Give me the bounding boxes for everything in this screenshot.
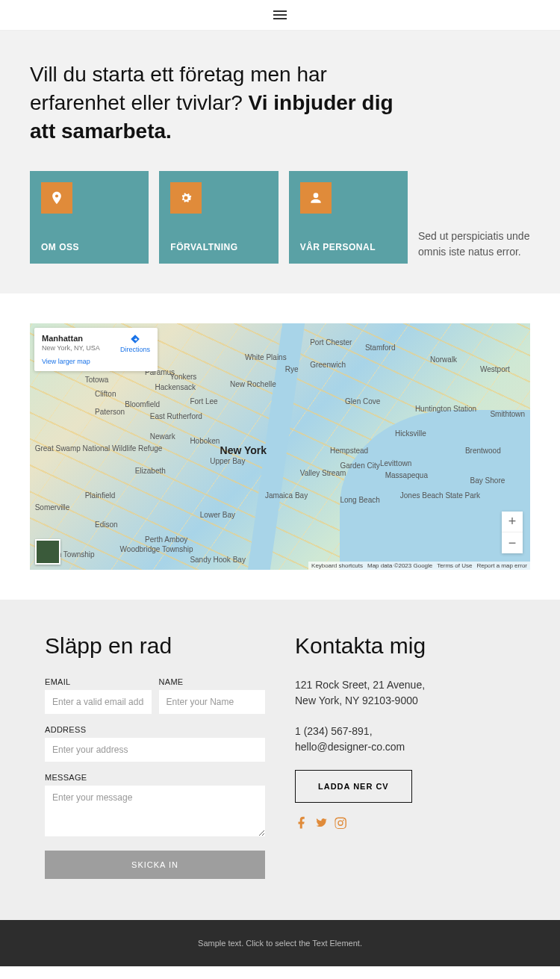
card-label: FÖRVALTNING (170, 242, 267, 252)
instagram-icon[interactable] (334, 816, 347, 830)
map-city: Fort Lee (190, 397, 217, 405)
map-city: Totowa (85, 376, 109, 384)
map-city: Stamford (365, 344, 396, 352)
directions-label: Directions (120, 346, 150, 353)
map-city: Rye (285, 365, 299, 373)
map-city: Bay Shore (470, 476, 505, 485)
map-city: Hackensack (155, 383, 196, 391)
map-city: Huntington Station (415, 405, 476, 413)
contact-heading: Kontakta mig (295, 633, 515, 659)
hero-section: Vill du starta ett företag men har erfar… (0, 31, 560, 293)
location-pin-icon (41, 182, 72, 214)
map-city: Brentwood (465, 447, 501, 455)
map-city: Norwalk (430, 355, 457, 364)
map-city: Woodbridge Township (120, 545, 193, 553)
map-city: Levittown (380, 459, 411, 467)
map-city: Somerville (35, 503, 70, 512)
map-city: Greenwich (310, 361, 346, 369)
address-label: ADDRESS (45, 725, 265, 734)
map-city: Port Chester (310, 338, 352, 346)
map[interactable]: New York Yonkers New Rochelle Paterson H… (30, 323, 530, 570)
map-city: Elizabeth (135, 467, 166, 475)
map-satellite-toggle[interactable] (35, 539, 60, 565)
map-city: Perth Amboy (145, 535, 187, 544)
map-footer-link[interactable]: Terms of Use (437, 562, 472, 569)
side-text: Sed ut perspiciatis unde omnis iste natu… (418, 229, 530, 264)
map-city: Newark (150, 432, 175, 441)
map-city: White Plains (245, 353, 287, 361)
map-city: Valley Stream (300, 469, 346, 477)
footer-text[interactable]: Sample text. Click to select the Text El… (198, 939, 362, 948)
message-field[interactable] (45, 786, 265, 836)
map-city: Upper Bay (210, 457, 245, 465)
map-city: Garden City (340, 461, 379, 470)
map-city: Jones Beach State Park (400, 491, 480, 500)
map-city: Glen Cove (345, 397, 380, 405)
message-label: MESSAGE (45, 773, 265, 782)
gear-icon (170, 182, 202, 214)
map-attribution: Keyboard shortcuts Map data ©2023 Google… (308, 562, 530, 570)
email-label: EMAIL (45, 677, 152, 686)
map-city: Clifton (95, 390, 116, 398)
map-footer-link[interactable]: Map data ©2023 Google (367, 562, 432, 569)
zoom-out-button[interactable]: − (502, 532, 523, 553)
card-label: OM OSS (41, 242, 137, 252)
map-city: Hempstead (330, 447, 368, 455)
submit-button[interactable]: SKICKA IN (45, 851, 265, 879)
map-city-main: New York (220, 444, 267, 456)
map-city: Paterson (95, 408, 125, 416)
map-city: New Rochelle (230, 380, 276, 388)
map-footer-link[interactable]: Keyboard shortcuts (311, 562, 363, 569)
map-city: Jamaica Bay (265, 491, 308, 500)
map-zoom-controls: + − (502, 512, 523, 553)
card-management[interactable]: FÖRVALTNING (159, 171, 278, 264)
name-field[interactable] (159, 690, 266, 714)
map-city: Lower Bay (200, 511, 235, 519)
address-field[interactable] (45, 738, 265, 762)
contact-phone-email: 1 (234) 567-891, hello@designer-co.com (295, 724, 429, 755)
map-city: Westport (480, 365, 510, 373)
card-staff[interactable]: VÅR PERSONAL (289, 171, 408, 264)
map-section: New York Yonkers New Rochelle Paterson H… (0, 293, 560, 600)
map-view-larger-link[interactable]: View larger map (42, 358, 150, 365)
card-about[interactable]: OM OSS (30, 171, 149, 264)
name-label: NAME (159, 677, 266, 686)
hero-title: Vill du starta ett företag men har erfar… (30, 60, 418, 145)
map-directions-link[interactable]: Directions (120, 334, 150, 353)
map-city: Hicksville (395, 429, 426, 438)
map-city: Smithtown (490, 410, 525, 418)
zoom-in-button[interactable]: + (502, 512, 523, 532)
map-city: Edison (95, 520, 118, 529)
map-city: Hoboken (190, 437, 220, 445)
map-city: Long Beach (340, 496, 379, 504)
map-footer-link[interactable]: Report a map error (476, 562, 527, 569)
map-city: Massapequa (385, 471, 428, 479)
menu-icon[interactable] (273, 8, 287, 22)
map-city: Bloomfield (125, 400, 160, 408)
form-heading: Släpp en rad (45, 633, 265, 659)
person-icon (300, 182, 332, 214)
facebook-icon[interactable] (295, 816, 308, 830)
map-city: East Rutherford (150, 412, 202, 420)
card-label: VÅR PERSONAL (300, 242, 396, 252)
map-info-card: Manhattan New York, NY, USA Directions V… (34, 328, 158, 371)
map-city: Sandy Hook Bay (190, 556, 246, 564)
contact-address: 121 Rock Sreet, 21 Avenue, New York, NY … (295, 677, 429, 709)
map-city: Plainfield (85, 491, 116, 500)
twitter-icon[interactable] (314, 816, 328, 830)
contact-section: Släpp en rad EMAIL NAME ADDRESS MESSAGE … (0, 600, 560, 920)
email-field[interactable] (45, 690, 152, 714)
download-cv-button[interactable]: LADDA NER CV (295, 770, 412, 803)
map-city: Great Swamp National Wildlife Refuge (35, 444, 163, 453)
footer: Sample text. Click to select the Text El… (0, 920, 560, 966)
